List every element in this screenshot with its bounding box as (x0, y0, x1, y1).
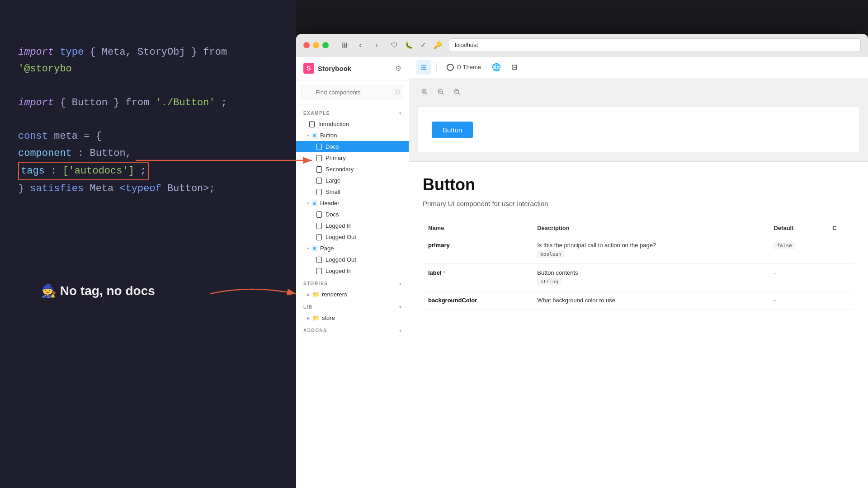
props-col-default: Default (768, 220, 827, 236)
sidebar-item-button-large[interactable]: Large (296, 175, 409, 186)
sidebar-group-page[interactable]: ▾ ⊞ Page (296, 243, 409, 254)
story-icon-page-logged-out (316, 257, 322, 263)
toolbar-globe-btn[interactable]: 🌐 (489, 60, 504, 75)
section-lib-chevron: ▾ (399, 305, 401, 310)
sidebar-item-header-logged-out[interactable]: Logged Out (296, 231, 409, 243)
table-row: primary Is this the principal call to ac… (423, 236, 854, 264)
zoom-controls (418, 85, 859, 98)
story-icon-header-logged-in (316, 223, 322, 229)
canvas-preview: Button (418, 107, 859, 152)
sidebar-label-button: Button (320, 132, 337, 139)
sidebar-item-store[interactable]: ▶ 📁 store (296, 312, 409, 324)
sidebar-item-page-logged-in[interactable]: Logged In (296, 265, 409, 277)
bug-icon: 🐛 (403, 39, 415, 51)
group-arrow-page: ▾ (307, 246, 309, 251)
search-shortcut: / (394, 89, 400, 95)
group-icon-page: ⊞ (311, 245, 318, 252)
sidebar-item-renderers[interactable]: ▶ 📁 renderers (296, 289, 409, 300)
zoom-in-icon (421, 89, 428, 95)
settings-gear-icon[interactable]: ⚙ (395, 64, 401, 73)
browser-window: ⊞ ‹ › 🛡 🐛 ✓ 🔑 localhost (296, 34, 868, 488)
section-stories-header[interactable]: STORIES ▾ (296, 278, 409, 289)
sidebar-label-button-primary: Primary (326, 155, 346, 161)
prop-control-bgcolor (827, 291, 854, 310)
toolbar-theme-btn[interactable]: O Theme (442, 62, 486, 73)
folder-icon-renderers: 📁 (312, 291, 320, 298)
browser-extension-icons: 🛡 🐛 ✓ 🔑 (388, 39, 443, 51)
sidebar-label-button-secondary: Secondary (326, 166, 354, 173)
annotation-arrow-no-tag (206, 276, 310, 312)
group-arrow-header: ▾ (307, 201, 309, 206)
sidebar-label-header-docs: Docs (326, 211, 339, 218)
forward-btn[interactable]: › (370, 39, 383, 52)
required-badge: * (443, 270, 445, 276)
browser-body: S Storybook ⚙ 🔍 / (296, 56, 868, 488)
storybook-sidebar: S Storybook ⚙ 🔍 / (296, 56, 409, 488)
section-example: EXAMPLE ▾ Introduction (296, 108, 409, 277)
url-text: localhost (455, 42, 478, 48)
code-line-import-type: import type { Meta, StoryObj } from '@st… (18, 44, 278, 78)
doc-icon (309, 121, 315, 127)
group-arrow-button: ▾ (307, 133, 309, 138)
browser-nav-controls: ⊞ ‹ › (338, 39, 383, 52)
sidebar-item-header-docs[interactable]: Docs (296, 209, 409, 220)
section-example-header[interactable]: EXAMPLE ▾ (296, 108, 409, 118)
sidebar-label-header-logged-in: Logged In (326, 222, 352, 229)
toolbar-theme-label: O Theme (457, 64, 481, 70)
prop-default-badge: false (774, 242, 795, 249)
toolbar-grid-btn[interactable]: ⊞ (416, 60, 431, 75)
sidebar-label-header: Header (320, 200, 340, 206)
sidebar-label-page: Page (320, 245, 334, 252)
prop-name-primary: primary (423, 236, 532, 264)
sidebar-search-area: 🔍 / (296, 80, 409, 104)
sidebar-group-button[interactable]: ▾ ⊞ Button (296, 130, 409, 141)
storybook-logo: S Storybook (303, 63, 351, 74)
no-tag-annotation: 🧙 No tag, no docs (41, 283, 155, 298)
window-layout-btn[interactable]: ⊞ (338, 39, 350, 52)
search-input[interactable] (302, 85, 403, 99)
prop-default-primary: false (768, 236, 827, 264)
close-button-tl[interactable] (303, 42, 310, 48)
toolbar-layout-btn[interactable]: ⊟ (507, 60, 522, 75)
zoom-reset-btn[interactable] (451, 85, 463, 98)
svg-line-8 (442, 93, 444, 95)
maximize-button-tl[interactable] (322, 42, 329, 48)
section-stories-chevron: ▾ (399, 281, 401, 286)
sidebar-label-button-small: Small (326, 188, 340, 195)
props-table: Name Description Default C primary (423, 220, 854, 310)
toolbar-separator-1 (436, 63, 437, 72)
sidebar-group-header[interactable]: ▾ ⊞ Header (296, 197, 409, 209)
prop-default-label: - (768, 264, 827, 291)
table-row: label * Button contents string - (423, 264, 854, 291)
demo-button[interactable]: Button (432, 122, 473, 138)
code-line-closing: } satisfies Meta <typeof Button>; (18, 180, 278, 197)
address-bar[interactable]: localhost (449, 38, 861, 52)
sidebar-item-header-logged-in[interactable]: Logged In (296, 220, 409, 231)
prop-default-bgcolor: - (768, 291, 827, 310)
story-icon-page-logged-in (316, 268, 322, 274)
story-icon-small (316, 189, 322, 195)
sidebar-item-button-small[interactable]: Small (296, 186, 409, 197)
sidebar-label-introduction: Introduction (318, 121, 349, 127)
minimize-button-tl[interactable] (313, 42, 319, 48)
storybook-content: Button Button Primary UI component for u… (409, 78, 868, 488)
props-col-description: Description (532, 220, 768, 236)
doc-icon-header (316, 211, 322, 218)
back-btn[interactable]: ‹ (354, 39, 367, 52)
props-col-name: Name (423, 220, 532, 236)
sidebar-header: S Storybook ⚙ (296, 56, 409, 80)
section-addons-header[interactable]: ADDONS ▾ (296, 325, 409, 336)
sidebar-item-page-logged-out[interactable]: Logged Out (296, 254, 409, 265)
svg-line-4 (426, 93, 428, 95)
traffic-lights (303, 42, 329, 48)
section-lib-header[interactable]: LIB ▾ (296, 302, 409, 312)
zoom-in-btn[interactable] (418, 85, 431, 98)
storybook-logo-icon: S (303, 63, 314, 74)
sidebar-item-introduction[interactable]: Introduction (296, 118, 409, 130)
docs-title: Button (423, 175, 854, 194)
svg-point-10 (455, 89, 459, 94)
sidebar-label-page-logged-out: Logged Out (326, 256, 356, 263)
section-addons-chevron: ▾ (399, 328, 401, 333)
section-example-title: EXAMPLE (303, 111, 330, 116)
zoom-out-btn[interactable] (434, 85, 447, 98)
